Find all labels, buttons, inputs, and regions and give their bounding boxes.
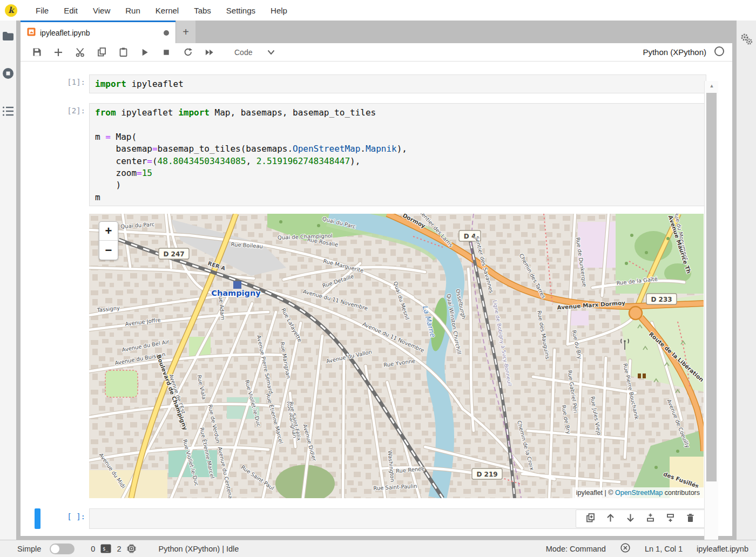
map-canvas: D 247D 4D 233D 219 Quai du ParcQuai du P… [89,214,704,498]
menu-help[interactable]: Help [263,6,295,15]
zoom-out-button[interactable]: − [99,241,118,260]
run-icon[interactable] [138,46,151,59]
map-output[interactable]: D 247D 4D 233D 219 Quai du ParcQuai du P… [89,214,704,498]
cell-type-select[interactable]: Code [234,48,252,57]
menu-settings[interactable]: Settings [219,6,263,15]
notebook-toolbar: Code Python (XPython) [21,43,732,62]
stop-icon[interactable] [160,46,173,59]
svg-text:Champigny: Champigny [211,289,261,297]
openstreetmap-link[interactable]: OpenStreetMap [615,489,663,497]
table-of-contents-icon[interactable] [2,106,14,119]
attribution-suffix: contributors [663,489,700,497]
attribution-prefix: ipyleaflet | © [576,489,615,497]
menu-bar: k FileEditViewRunKernelTabsSettingsHelp [0,0,756,21]
tab-ipyleaflet[interactable]: ipyleaflet.ipynb [21,21,176,43]
kernels-count[interactable]: 2 [117,545,121,553]
kernel-status-icon[interactable] [714,46,725,59]
notebook-panel: Code Python (XPython) [1]: import ipylea… [21,43,732,536]
insert-cell-above-icon[interactable] [645,513,656,525]
scroll-up-arrow[interactable]: ▲ [705,81,719,91]
terminal-icon[interactable]: $_ [100,544,111,553]
station-marker [233,281,241,289]
notifications-icon[interactable] [620,542,631,555]
move-cell-down-icon[interactable] [625,513,636,525]
move-cell-up-icon[interactable] [605,513,616,525]
vertical-scrollbar[interactable]: ▲ ▼ [704,81,718,555]
menu-items: FileEditViewRunKernelTabsSettingsHelp [28,6,295,15]
map-attribution: ipyleaflet | © OpenStreetMap contributor… [572,487,704,498]
cursor-position[interactable]: Ln 1, Col 1 [645,545,683,553]
menu-edit[interactable]: Edit [56,6,85,15]
map-zoom-control: + − [99,221,118,260]
chevron-down-icon[interactable] [267,47,275,57]
svg-text:D 219: D 219 [476,471,497,478]
tab-bar: ipyleaflet.ipynb + [16,21,737,43]
cell-2-prompt: [2]: [53,106,85,115]
insert-cell-below-icon[interactable] [665,513,676,525]
command-mode-indicator[interactable]: Mode: Command [546,545,606,553]
cut-cells-icon[interactable] [73,46,86,59]
status-bar: Simple 0 $_ 2 Python (XPython) | Idle Mo… [0,540,756,557]
dock-panel: ipyleaflet.ipynb + [16,21,737,540]
left-sidebar [0,21,16,540]
new-tab-button[interactable]: + [176,21,195,43]
svg-text:$_: $_ [103,546,109,552]
settings-gears-icon[interactable] [739,32,753,49]
roundabout [629,307,642,320]
menu-view[interactable]: View [85,6,118,15]
right-sidebar [737,21,756,540]
svg-text:D 247: D 247 [163,250,184,258]
menu-file[interactable]: File [28,6,56,15]
copy-cells-icon[interactable] [95,46,108,59]
app-logo-icon[interactable]: k [5,4,17,17]
tab-modified-dot [164,30,169,36]
kernel-chip-icon[interactable] [126,544,137,554]
delete-cell-icon[interactable] [685,513,696,525]
file-browser-icon[interactable] [2,31,14,43]
statusbar-filename: ipyleaflet.ipynb [697,545,748,553]
code-cell-1[interactable]: import ipyleaflet [89,74,706,93]
restart-kernel-icon[interactable] [181,46,194,59]
tab-title: ipyleaflet.ipynb [40,29,90,37]
zoom-in-button[interactable]: + [99,222,118,241]
menu-tabs[interactable]: Tabs [186,6,219,15]
scrollbar-thumb[interactable] [706,93,717,481]
simple-mode-toggle[interactable] [50,544,75,554]
cell-1-prompt: [1]: [53,78,85,86]
kernel-status[interactable]: Python (XPython) | Idle [158,545,239,553]
notebook-content: [1]: import ipyleaflet [2]: from ipyleaf… [21,62,718,536]
svg-text:D 233: D 233 [651,296,672,303]
menu-kernel[interactable]: Kernel [148,6,186,15]
simple-mode-label: Simple [17,545,41,553]
run-all-icon[interactable] [203,46,216,59]
paste-cells-icon[interactable] [117,46,130,59]
menu-run[interactable]: Run [118,6,148,15]
running-kernels-icon[interactable] [2,67,15,82]
playground [105,370,138,397]
save-icon[interactable] [30,46,43,59]
empty-cell-prompt: [ ]: [53,512,85,521]
duplicate-cell-icon[interactable] [585,513,596,525]
terminals-count[interactable]: 0 [91,545,95,553]
code-cell-2[interactable]: from ipyleaflet import Map, basemaps, ba… [89,103,706,206]
notebook-icon [27,28,36,38]
active-cell-collapser[interactable] [35,508,40,529]
kernel-name[interactable]: Python (XPython) [643,47,706,57]
add-cell-icon[interactable] [52,46,65,59]
cell-toolbar [576,510,705,528]
